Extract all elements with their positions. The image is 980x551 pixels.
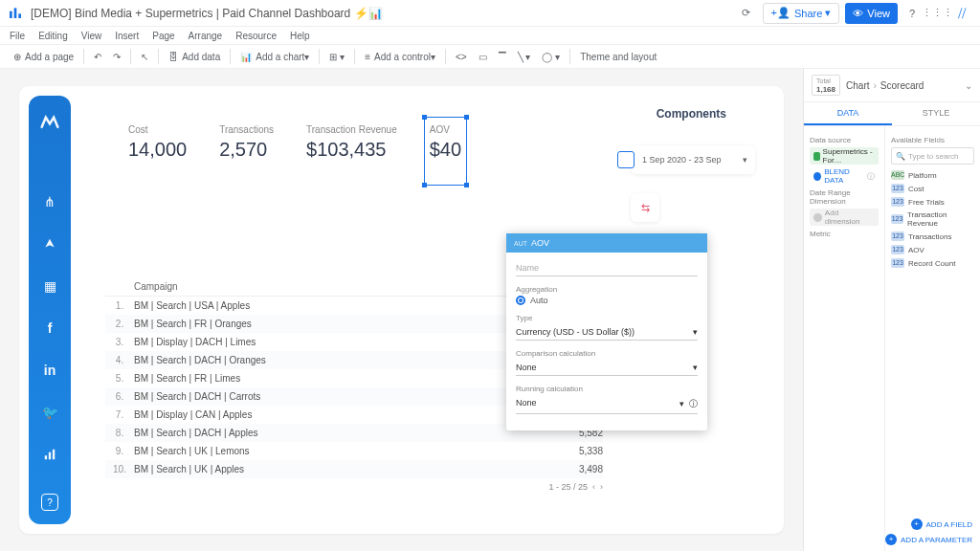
grid-icon[interactable]: ▦ [39,276,60,297]
share-icon[interactable]: ⇆ [631,193,659,222]
pointer-tool[interactable]: ↖ [135,47,154,66]
scorecard-cost[interactable]: Cost 14,000 [128,124,187,176]
popup-title: AOV [531,238,549,248]
properties-panel: Total1,168 Chart › Scorecard ⌄ DATA STYL… [803,69,980,551]
total-badge: Total1,168 [812,75,840,96]
add-chart-button[interactable]: 📊 Add a chart ▾ [234,47,315,66]
metric-edit-popup: AUTAOV Name Aggregation Auto Type Curren… [506,233,707,430]
svg-rect-1 [14,8,17,18]
field-item[interactable]: 123Transaction Revenue [891,209,974,230]
community-viz-button[interactable]: ⊞ ▾ [323,47,350,66]
twitter-icon[interactable]: 🐦 [39,402,60,423]
table-row[interactable]: 9.BM | Search | UK | Lemons5,338 [105,442,603,460]
doc-title[interactable]: [DEMO] Bind Media + Supermetrics | Paid … [31,7,732,20]
logo-m-icon[interactable] [39,111,60,132]
name-input[interactable]: Name [516,260,698,276]
menu-help[interactable]: Help [290,31,310,41]
undo-button[interactable]: ↶ [88,47,107,66]
table-row[interactable]: 10.BM | Search | UK | Apples3,498 [105,460,603,478]
menu-file[interactable]: File [10,31,25,41]
share-button[interactable]: +👤Share▾ [763,3,840,24]
apps-icon[interactable]: ⋮⋮⋮ [926,3,947,24]
view-button[interactable]: 👁View [845,3,898,24]
chart-icon[interactable] [39,444,60,465]
svg-rect-4 [49,452,51,460]
facebook-icon[interactable]: f [39,318,60,339]
linkedin-icon[interactable]: in [39,360,60,381]
running-select[interactable]: None▾ ⓘ [516,395,698,414]
crumb-chart[interactable]: Chart [846,80,869,91]
table-pager[interactable]: 1 - 25 / 25 ‹ › [105,478,603,492]
scorecard-aov[interactable]: AOV $40 [430,124,461,176]
aggregation-auto-radio[interactable]: Auto [516,296,698,305]
add-control-button[interactable]: ≡ Add a control ▾ [359,47,441,66]
add-data-button[interactable]: 🗄 Add data [163,47,226,66]
up-icon[interactable] [39,233,60,254]
redo-button[interactable]: ↷ [107,47,126,66]
shape-button[interactable]: ◯ ▾ [536,47,566,66]
field-item[interactable]: 123Free Trials [891,195,974,209]
menu-resource[interactable]: Resource [235,31,277,41]
svg-rect-0 [10,11,12,17]
crumb-scorecard[interactable]: Scorecard [880,80,924,91]
svg-rect-3 [45,455,47,459]
add-dimension-chip[interactable]: Add dimension [810,209,879,226]
image-button[interactable]: ▭ [473,47,493,66]
field-item[interactable]: 123AOV [891,243,974,256]
field-search-input[interactable]: 🔍 Type to search [891,147,974,165]
theme-button[interactable]: Theme and layout [574,47,662,66]
date-range-picker[interactable]: 1 Sep 2020 - 23 Sep ▾ [631,145,755,174]
add-parameter-button[interactable]: +ADD A PARAMETER [885,534,972,545]
tab-style[interactable]: STYLE [892,102,980,125]
add-page-button[interactable]: ⊕ Add a page [8,47,79,66]
chevron-down-icon[interactable]: ⌄ [965,80,972,91]
help-icon[interactable]: ? [902,3,923,24]
refresh-icon[interactable]: ⟳ [736,3,757,24]
field-item[interactable]: ABCPlatform [891,168,974,182]
text-button[interactable]: ▔ [493,47,512,66]
datasource-chip[interactable]: Supermetrics - For… [810,147,879,165]
blend-data-button[interactable]: BLEND DATAⓘ [810,167,879,185]
field-item[interactable]: 123Cost [891,182,974,195]
nodes-icon[interactable]: ⋔ [39,191,60,212]
components-heading: Components [657,107,726,121]
scorecard-revenue[interactable]: Transaction Revenue $103,435 [306,124,397,176]
line-button[interactable]: ╲ ▾ [512,47,537,66]
menu-arrange[interactable]: Arrange [189,31,223,41]
svg-rect-5 [53,450,55,460]
embed-button[interactable]: <> [450,47,473,66]
menu-view[interactable]: View [81,31,102,41]
add-field-button[interactable]: +ADD A FIELD [911,518,972,530]
menu-insert[interactable]: Insert [115,31,139,41]
report-sidebar: ⋔ ▦ f in 🐦 ? [29,96,71,524]
menu-page[interactable]: Page [152,31,174,41]
app-logo-icon [8,5,25,22]
col-campaign[interactable]: Campaign [134,281,546,292]
help-button[interactable]: ? [41,494,58,511]
supermetrics-icon[interactable]: ⧸⧸ [951,3,972,24]
menubar: File Editing View Insert Page Arrange Re… [0,27,980,44]
comparison-select[interactable]: None▾ [516,360,698,376]
menu-editing[interactable]: Editing [38,31,68,41]
calendar-icon [617,151,635,168]
scorecard-row: Cost 14,000 Transactions 2,570 Transacti… [105,107,603,193]
type-select[interactable]: Currency (USD - US Dollar ($))▾ [516,324,698,341]
scorecard-transactions[interactable]: Transactions 2,570 [219,124,274,176]
svg-rect-2 [18,13,21,18]
field-item[interactable]: 123Transactions [891,230,974,243]
tab-data[interactable]: DATA [804,102,892,125]
field-item[interactable]: 123Record Count [891,256,974,270]
